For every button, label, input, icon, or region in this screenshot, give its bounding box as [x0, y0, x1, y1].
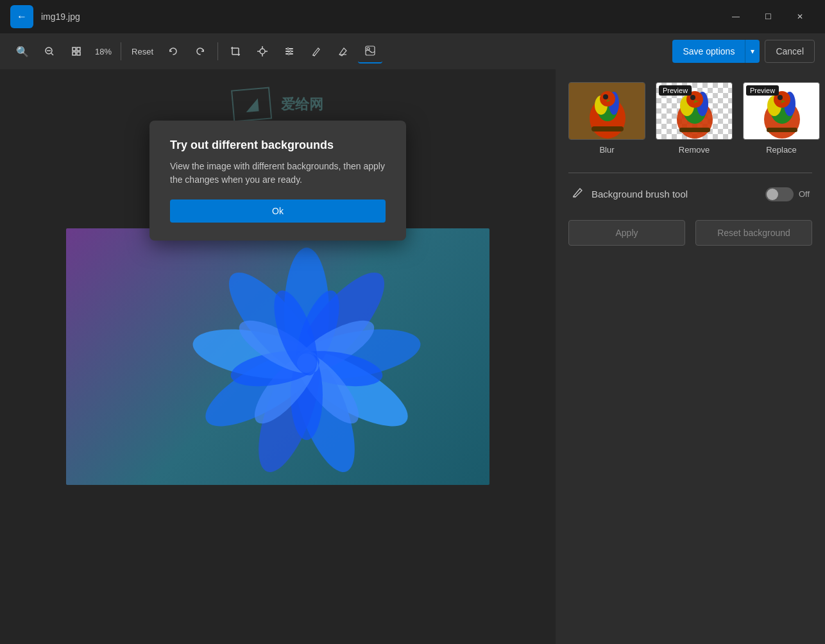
zoom-in-button[interactable]: 🔍 — [10, 39, 35, 64]
remove-option[interactable]: Preview Remove — [656, 82, 733, 155]
close-button[interactable]: ✕ — [785, 5, 815, 28]
back-button[interactable]: ← — [10, 5, 33, 28]
background-button[interactable] — [358, 39, 382, 64]
toggle-state-label: Off — [799, 189, 810, 199]
save-dropdown-button[interactable]: ▾ — [745, 40, 760, 63]
toolbar-right: Save options ▾ Cancel — [672, 40, 815, 63]
brush-tool-row: Background brush tool Off — [568, 186, 812, 202]
replace-preview-badge: Preview — [746, 85, 779, 96]
blur-label: Blur — [599, 145, 614, 155]
svg-point-50 — [600, 91, 615, 106]
draw-button[interactable] — [304, 39, 328, 64]
separator-2 — [217, 42, 218, 60]
svg-point-21 — [288, 53, 290, 55]
undo-button[interactable] — [161, 39, 185, 64]
svg-rect-3 — [72, 47, 76, 51]
filter-button[interactable] — [277, 39, 302, 64]
toggle-knob — [767, 189, 778, 200]
dialog: Try out different backgrounds View the i… — [149, 121, 406, 241]
cancel-button[interactable]: Cancel — [765, 40, 815, 63]
toggle-container: Off — [765, 187, 810, 201]
dialog-ok-button[interactable]: Ok — [170, 199, 386, 223]
panel-divider — [568, 173, 812, 173]
separator-1 — [121, 42, 121, 60]
svg-point-65 — [778, 95, 783, 100]
svg-point-11 — [260, 49, 265, 54]
title-bar: ← img19.jpg — ☐ ✕ — [0, 0, 825, 33]
reset-background-button[interactable]: Reset background — [695, 220, 812, 246]
minimize-button[interactable]: — — [721, 5, 751, 28]
svg-rect-4 — [77, 52, 80, 55]
toolbar: 🔍 18% Reset Save options ▾ Cancel — [0, 33, 825, 69]
dialog-body: View the image with different background… — [170, 160, 386, 187]
adjust-button[interactable] — [250, 39, 275, 64]
replace-label: Replace — [766, 145, 797, 155]
svg-rect-66 — [767, 128, 797, 132]
dialog-title: Try out different backgrounds — [170, 139, 386, 152]
svg-rect-59 — [679, 128, 710, 132]
zoom-out-button[interactable] — [37, 39, 62, 64]
crop-button[interactable] — [223, 39, 248, 64]
replace-preview-image: Preview — [743, 82, 820, 140]
canvas-area: ◢ 爱给网dichua... — [0, 69, 556, 644]
svg-rect-52 — [591, 126, 624, 131]
blur-preview-image — [568, 82, 645, 140]
remove-label: Remove — [679, 145, 710, 155]
svg-rect-6 — [77, 47, 80, 51]
save-options-group: Save options ▾ — [672, 40, 760, 63]
maximize-button[interactable]: ☐ — [753, 5, 783, 28]
brush-toggle[interactable] — [765, 187, 794, 201]
apply-button[interactable]: Apply — [568, 220, 685, 246]
file-title: img19.jpg — [41, 12, 80, 22]
svg-point-58 — [690, 95, 695, 100]
zoom-value: 18% — [91, 47, 115, 56]
svg-point-25 — [367, 47, 370, 50]
svg-rect-24 — [366, 46, 375, 55]
brush-tool-label: Background brush tool — [591, 189, 765, 199]
redo-button[interactable] — [188, 39, 212, 64]
svg-point-51 — [603, 94, 608, 99]
fit-button[interactable] — [64, 39, 89, 64]
erase-button[interactable] — [331, 39, 355, 64]
replace-option[interactable]: Preview Replace — [743, 82, 820, 155]
remove-preview-image: Preview — [656, 82, 733, 140]
svg-point-19 — [287, 48, 289, 50]
action-row: Apply Reset background — [568, 220, 812, 246]
save-options-button[interactable]: Save options — [672, 40, 745, 63]
right-panel: Blur Preview — [556, 69, 825, 644]
svg-line-2 — [51, 53, 53, 55]
dialog-overlay: Try out different backgrounds View the i… — [0, 69, 556, 644]
svg-point-20 — [290, 51, 292, 53]
background-options: Blur Preview — [568, 82, 812, 155]
brush-icon — [571, 186, 584, 202]
reset-button[interactable]: Reset — [126, 39, 158, 64]
svg-rect-5 — [72, 52, 76, 55]
blur-option[interactable]: Blur — [568, 82, 645, 155]
main-area: ◢ 爱给网dichua... — [0, 69, 825, 644]
remove-preview-badge: Preview — [659, 85, 692, 96]
window-controls: — ☐ ✕ — [721, 5, 815, 28]
